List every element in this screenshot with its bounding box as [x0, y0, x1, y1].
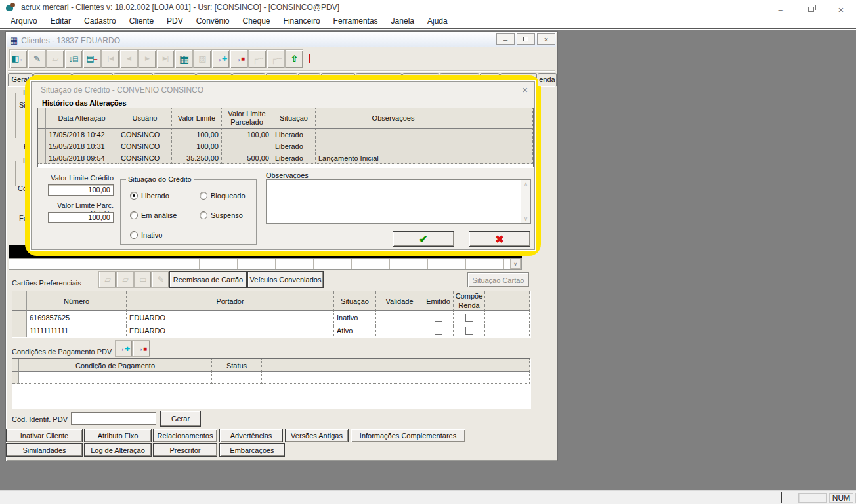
cell: [485, 311, 530, 324]
history-row[interactable]: 15/05/2018 10:31 CONSINCO 100,00 Liberad…: [38, 140, 533, 152]
embarcacoes-button[interactable]: Embarcações: [219, 443, 285, 457]
cell: EDUARDO: [127, 311, 334, 324]
advertencias-button[interactable]: Advertências: [219, 429, 283, 442]
menu-convenio[interactable]: Convênio: [190, 14, 236, 28]
card-edit-icon[interactable]: ✎: [152, 271, 169, 288]
relacionamentos-button[interactable]: Relacionamentos: [153, 429, 217, 442]
inativar-cliente-button[interactable]: Inativar Cliente: [6, 429, 83, 442]
menu-financeiro[interactable]: Financeiro: [277, 14, 327, 28]
combo-dropdown-icon[interactable]: ∨: [510, 259, 521, 269]
valor-limite-credito-field[interactable]: 100,00: [48, 184, 114, 196]
emitido-checkbox[interactable]: [435, 314, 442, 322]
card-copy-icon[interactable]: ▱: [116, 271, 134, 288]
child-minimize-button[interactable]: –: [496, 33, 515, 45]
reemissao-cartao-button[interactable]: Reemissao de Cartão: [169, 271, 247, 288]
open-folder-icon[interactable]: ▤–: [83, 49, 101, 68]
cancel-button[interactable]: ✖: [469, 231, 530, 247]
insert-record-icon[interactable]: →✚: [211, 49, 230, 68]
exit-door-icon[interactable]: ◧←: [9, 49, 28, 68]
close-icon: ×: [838, 4, 844, 15]
payment-row-empty[interactable]: [12, 372, 530, 384]
eraser-icon[interactable]: ✎: [28, 49, 46, 68]
card-row[interactable]: 6169857625 EDUARDO Inativo: [12, 311, 530, 324]
observacoes-textarea[interactable]: ∧ ∨: [266, 179, 531, 224]
valor-limite-parc-credito-field[interactable]: 100,00: [48, 212, 114, 223]
search-icon[interactable]: ▨: [193, 49, 211, 68]
menu-pdv[interactable]: PDV: [160, 14, 190, 28]
cell: [12, 311, 27, 324]
grid-row-empty[interactable]: [9, 258, 522, 270]
form-icon: ▦: [10, 35, 18, 45]
card-cancel-icon[interactable]: ▭: [134, 271, 152, 288]
log-de-alteracao-button[interactable]: Log de Alteração: [84, 443, 152, 457]
dialog-close-button[interactable]: ×: [522, 84, 528, 95]
card-new-icon[interactable]: ▱: [98, 271, 116, 288]
unlink-column-icon[interactable]: ┌┄: [267, 49, 285, 68]
compoe-renda-checkbox[interactable]: [465, 327, 473, 335]
next-record-icon[interactable]: ▶: [138, 49, 156, 68]
radio-liberado[interactable]: Liberado: [130, 192, 169, 200]
cell: [454, 311, 485, 324]
menu-cadastro[interactable]: Cadastro: [77, 14, 123, 28]
atributo-fixo-button[interactable]: Atributo Fixo: [84, 429, 152, 442]
history-row[interactable]: 17/05/2018 10:42 CONSINCO 100,00 100,00 …: [38, 129, 533, 140]
menu-arquivo[interactable]: Arquivo: [4, 14, 44, 28]
gerar-button[interactable]: Gerar: [160, 411, 201, 427]
cod-identif-label: Cód. Identif. PDV: [12, 415, 68, 423]
situacao-cartao-button[interactable]: Situação Cartão: [467, 272, 529, 287]
cell: [38, 129, 46, 140]
menu-editar[interactable]: Editar: [44, 14, 77, 28]
similaridades-button[interactable]: Similaridades: [6, 443, 83, 457]
first-record-icon[interactable]: |◀: [101, 49, 119, 68]
situacao-credito-group: Situação do Crédito Liberado Bloqueado E…: [120, 179, 257, 245]
cell: 15/05/2018 09:54: [46, 152, 118, 164]
cell: 15/05/2018 10:31: [46, 140, 118, 152]
scroll-down-icon[interactable]: ∨: [521, 214, 530, 223]
last-record-icon[interactable]: ▶|: [156, 49, 175, 68]
cell: [454, 324, 485, 337]
veiculos-conveniados-button[interactable]: Veículos Conveniados: [247, 271, 324, 288]
prescritor-button[interactable]: Prescritor: [153, 443, 217, 457]
card-row[interactable]: 11111111111 EDUARDO Ativo: [12, 324, 530, 337]
menu-cheque[interactable]: Cheque: [236, 14, 277, 28]
payment-insert-icon[interactable]: →✚: [115, 340, 133, 357]
radio-bloqueado[interactable]: Bloqueado: [200, 192, 246, 200]
col-indicator: [12, 359, 19, 372]
menu-ajuda[interactable]: Ajuda: [421, 14, 454, 28]
cell: 100,00: [172, 129, 222, 140]
radio-suspenso[interactable]: Suspenso: [200, 211, 243, 219]
observacoes-scrollbar[interactable]: ∧ ∨: [521, 180, 530, 223]
radio-em-analise[interactable]: Em análise: [130, 211, 177, 219]
link-column-icon[interactable]: ┌┄: [248, 49, 267, 68]
cell: Inativo: [334, 311, 376, 324]
prior-record-icon[interactable]: ◀: [119, 49, 138, 68]
cell: Liberado: [272, 129, 316, 140]
radio-inativo-label: Inativo: [141, 231, 162, 239]
cod-identif-input[interactable]: [71, 412, 156, 425]
col-valor-limite: Valor Limite: [172, 108, 222, 129]
emitido-checkbox[interactable]: [435, 327, 442, 335]
menu-janela[interactable]: Janela: [385, 14, 421, 28]
cell: 100,00: [172, 140, 222, 152]
confirm-button[interactable]: ✔: [393, 231, 454, 247]
export-icon[interactable]: ⇧: [285, 49, 303, 68]
col-indicator: [12, 291, 27, 311]
radio-inativo[interactable]: Inativo: [130, 231, 162, 239]
observacoes-label: Observações: [266, 171, 309, 179]
child-restore-button[interactable]: [517, 33, 535, 45]
child-close-button[interactable]: ×: [537, 33, 555, 45]
menu-ferramentas[interactable]: Ferramentas: [327, 14, 385, 28]
grid-view-icon[interactable]: ▦: [175, 49, 193, 68]
clientes-titlebar: ▦ Clientes - 13837 EDUARDO: [7, 33, 556, 47]
menu-cliente[interactable]: Cliente: [123, 14, 160, 28]
scroll-up-icon[interactable]: ∧: [521, 180, 530, 189]
save-record-icon[interactable]: ↓▤: [64, 49, 83, 68]
revert-icon[interactable]: ▱: [46, 49, 64, 68]
payment-delete-icon[interactable]: →■: [133, 340, 150, 357]
versoes-antigas-button[interactable]: Versões Antigas: [285, 429, 349, 442]
informacoes-complementares-button[interactable]: Informações Complementares: [351, 429, 465, 442]
delete-record-icon[interactable]: →■: [230, 49, 248, 68]
history-row[interactable]: 15/05/2018 09:54 CONSINCO 35.250,00 500,…: [38, 152, 533, 164]
tab-venda-partial[interactable]: enda: [538, 73, 557, 86]
compoe-renda-checkbox[interactable]: [465, 314, 473, 322]
